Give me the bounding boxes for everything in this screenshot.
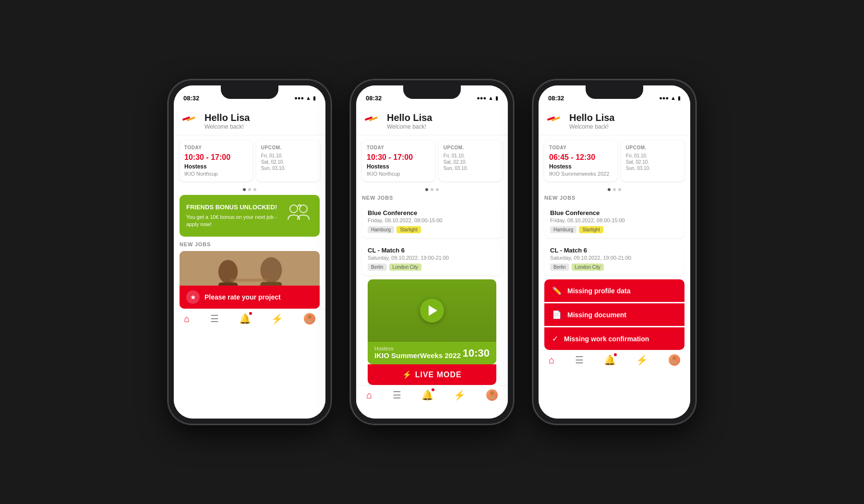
- dot-3-2: [613, 188, 616, 191]
- nav-lightning-1[interactable]: ⚡: [271, 313, 283, 324]
- bell-icon-1: 🔔: [239, 313, 251, 324]
- job-item-3-1[interactable]: Blue Conference Friday, 08.10.2022, 08:0…: [544, 204, 684, 238]
- today-label-1: TODAY: [184, 145, 248, 150]
- job-item-title-3-1: Blue Conference: [550, 209, 679, 216]
- nav-list-2[interactable]: ☰: [393, 389, 401, 401]
- schedule-section-3: TODAY 06:45 - 12:30 Hostess IKIO Summerw…: [539, 135, 690, 186]
- live-video-card[interactable]: Hostess IKIO SummerWeeks 2022 10:30: [368, 279, 496, 364]
- wifi-icon-1: ▲: [306, 95, 311, 101]
- upcoming-label-1: UPCOM.: [261, 145, 315, 150]
- nav-list-1[interactable]: ☰: [210, 313, 219, 324]
- job-item-3-2[interactable]: CL - Match 6 Saturday, 09.10.2022, 19:00…: [544, 242, 684, 276]
- svg-point-2: [290, 205, 298, 213]
- upcoming-card-1: UPCOM. Fri, 01.10. Sat, 02.10. Sun, 03.1…: [256, 140, 320, 181]
- rate-banner[interactable]: ★ Please rate your project: [180, 286, 320, 309]
- new-jobs-section-3: NEW JOBS Blue Conference Friday, 08.10.2…: [539, 195, 690, 276]
- status-time-2: 08:32: [366, 95, 382, 102]
- job-location-2: IKIO Northcup: [367, 171, 430, 177]
- nav-bell-2[interactable]: 🔔: [421, 389, 433, 401]
- play-button[interactable]: [420, 299, 444, 323]
- upcoming-date-1-2: Sat, 02.10.: [261, 159, 315, 165]
- live-time: 10:30: [463, 347, 490, 360]
- battery-icon-1: ▮: [313, 95, 316, 101]
- alert-text-3: Missing work confirmation: [564, 335, 649, 343]
- upcoming-date-1-3: Sun, 03.10.: [261, 166, 315, 171]
- document-icon: 📄: [552, 310, 562, 319]
- upcoming-date-3-2: Sat, 02.10.: [626, 159, 680, 165]
- app-header-2: Hello Lisa Welcome back!: [356, 107, 508, 135]
- phone-frame-3: 08:32 ●●● ▲ ▮ Hello: [533, 80, 696, 424]
- job-item-title-3-2: CL - Match 6: [550, 247, 679, 254]
- nav-dot-bell-3: [614, 353, 617, 356]
- video-placeholder: [368, 279, 496, 342]
- nav-avatar-2[interactable]: [486, 389, 498, 401]
- subtitle-2: Welcome back!: [387, 123, 432, 130]
- alert-item-1[interactable]: ✏️ Missing profile data: [544, 279, 684, 302]
- tag-2-1-2: Starlight: [396, 226, 421, 233]
- job-tags-3-1: Hamburg Starlight: [550, 226, 679, 233]
- job-item-date-3-1: Friday, 08.10.2022, 08:00-15:00: [550, 217, 679, 223]
- nav-lightning-2[interactable]: ⚡: [454, 389, 466, 401]
- dot-3-1: [608, 188, 611, 191]
- nav-bell-1[interactable]: 🔔: [239, 313, 251, 324]
- dot-2-1: [425, 188, 428, 191]
- notch-2: [403, 85, 461, 99]
- notch-1: [221, 85, 278, 99]
- live-mode-bar[interactable]: ⚡ LIVE MODE: [368, 364, 496, 385]
- new-jobs-section-1: NEW JOBS: [174, 241, 325, 309]
- greeting-1: Hello Lisa: [204, 112, 250, 123]
- phone-screen-2: 08:32 ●●● ▲ ▮ Hello: [356, 85, 508, 419]
- battery-icon-2: ▮: [495, 95, 498, 101]
- nav-avatar-1[interactable]: [304, 313, 315, 324]
- upcoming-date-2-3: Sun, 03.10.: [444, 166, 497, 171]
- dots-indicator-2: [356, 186, 508, 195]
- job-item-2-2[interactable]: CL - Match 6 Saturday, 09.10.2022, 19:00…: [362, 242, 502, 276]
- today-card-2: TODAY 10:30 - 17:00 Hostess IKIO Northcu…: [362, 140, 435, 181]
- bell-icon-3: 🔔: [604, 354, 616, 366]
- checkmark-icon: ✓: [552, 334, 558, 343]
- signal-icon-3: ●●●: [659, 95, 669, 101]
- nav-bell-3[interactable]: 🔔: [604, 354, 616, 366]
- nav-list-3[interactable]: ☰: [575, 354, 584, 366]
- phone-3: 08:32 ●●● ▲ ▮ Hello: [533, 80, 696, 424]
- schedule-section-2: TODAY 10:30 - 17:00 Hostess IKIO Northcu…: [356, 135, 508, 186]
- bell-icon-2: 🔔: [421, 389, 433, 401]
- nav-lightning-3[interactable]: ⚡: [636, 354, 648, 366]
- job-item-title-2-1: Blue Conference: [368, 209, 496, 216]
- app-header-1: Hello Lisa Welcome back!: [174, 107, 325, 135]
- job-title-3: Hostess: [549, 163, 612, 170]
- job-item-date-3-2: Saturday, 09.10.2022, 19:00-21:00: [550, 255, 679, 261]
- bonus-text: FRIENDS BONUS UNLOCKED! You get a 10€ bo…: [186, 204, 284, 228]
- header-text-3: Hello Lisa Welcome back!: [569, 112, 614, 130]
- pencil-icon: ✏️: [552, 286, 562, 295]
- dots-indicator-1: [174, 186, 325, 195]
- wifi-icon-2: ▲: [488, 95, 493, 101]
- job-item-date-2-1: Friday, 08.10.2022, 08:00-15:00: [368, 217, 496, 223]
- status-icons-1: ●●● ▲ ▮: [294, 95, 316, 101]
- upcoming-card-3: UPCOM. Fri, 01.10. Sat, 02.10. Sun, 03.1…: [621, 140, 684, 181]
- friends-bonus-banner[interactable]: FRIENDS BONUS UNLOCKED! You get a 10€ bo…: [180, 195, 320, 237]
- new-jobs-title-3: NEW JOBS: [544, 195, 684, 201]
- nav-avatar-3[interactable]: [669, 354, 680, 366]
- nav-home-3[interactable]: ⌂: [549, 355, 554, 366]
- schedule-section-1: TODAY 10:30 - 17:00 Hostess IKIO Northcu…: [174, 135, 325, 186]
- star-icon: ★: [186, 290, 200, 304]
- time-range-1: 10:30 - 17:00: [184, 153, 248, 162]
- alert-item-3[interactable]: ✓ Missing work confirmation: [544, 327, 684, 350]
- app-logo-2: [364, 113, 381, 130]
- bonus-description: You get a 10€ bonus on your next job - a…: [186, 214, 284, 228]
- alert-text-2: Missing document: [567, 311, 626, 319]
- phones-container: 08:32 ●●● ▲ ▮: [168, 80, 696, 424]
- dot-3-3: [618, 188, 621, 191]
- alert-item-2[interactable]: 📄 Missing document: [544, 303, 684, 326]
- upcoming-date-2-1: Fri, 01.10.: [444, 153, 497, 158]
- job-image-card-1[interactable]: ★ Please rate your project: [180, 251, 320, 309]
- today-card-1: TODAY 10:30 - 17:00 Hostess IKIO Northcu…: [180, 140, 252, 181]
- lightning-icon-2: ⚡: [454, 389, 466, 401]
- nav-home-1[interactable]: ⌂: [184, 313, 190, 324]
- new-jobs-section-2: NEW JOBS Blue Conference Friday, 08.10.2…: [356, 195, 508, 276]
- upcoming-date-3-3: Sun, 03.10.: [626, 166, 680, 171]
- nav-home-2[interactable]: ⌂: [366, 390, 372, 401]
- job-item-2-1[interactable]: Blue Conference Friday, 08.10.2022, 08:0…: [362, 204, 502, 238]
- live-job-info: Hostess IKIO SummerWeeks 2022: [374, 346, 461, 360]
